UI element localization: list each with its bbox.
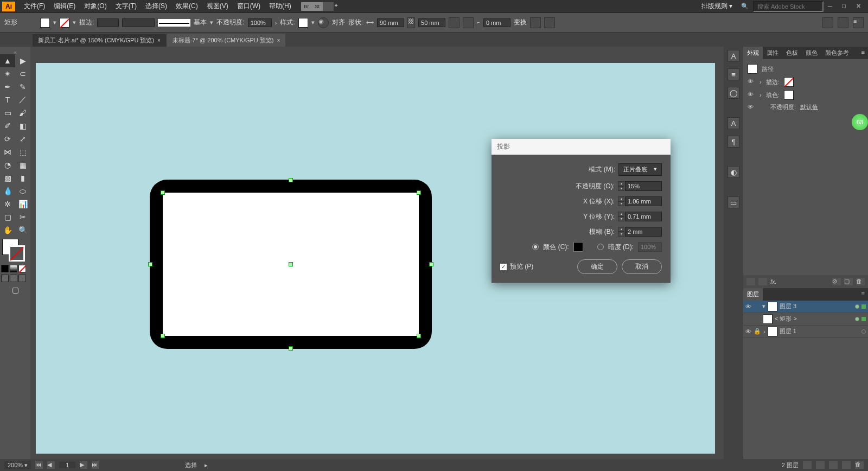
paintbrush-tool[interactable]: 🖌 — [15, 106, 30, 119]
y-down[interactable]: ▾ — [618, 217, 624, 221]
screen-mode-3[interactable] — [18, 275, 26, 282]
tab-close-0[interactable]: × — [157, 37, 161, 43]
y-up[interactable]: ▴ — [618, 212, 624, 217]
pf-icon-del[interactable]: 🗑 — [856, 278, 865, 285]
blend-tool[interactable]: ⬭ — [15, 184, 30, 198]
target-icon[interactable] — [855, 317, 859, 321]
stroke-swatch[interactable] — [60, 18, 69, 28]
dock-stroke-icon[interactable]: ≡ — [727, 68, 739, 80]
handle-center[interactable] — [289, 262, 293, 266]
handle-br[interactable] — [417, 334, 421, 338]
scrollbar-vertical[interactable] — [715, 47, 724, 459]
menu-view[interactable]: 视图(V) — [202, 2, 233, 11]
pf-icon-clear[interactable]: ⊘ — [832, 278, 841, 285]
artboard-tool[interactable]: ▢ — [0, 211, 15, 224]
rectangle-tool[interactable]: ▭ — [0, 106, 15, 119]
direct-selection-tool[interactable]: ▶ — [15, 54, 30, 67]
handle-tl[interactable] — [161, 190, 165, 195]
menu-edit[interactable]: 编辑(E) — [49, 2, 80, 11]
expand-icon[interactable]: › — [763, 328, 765, 335]
target-icon[interactable] — [861, 329, 866, 334]
ctrl-right-1[interactable] — [822, 17, 833, 28]
recolor-icon[interactable]: ◉ — [318, 17, 329, 28]
target-icon[interactable] — [855, 304, 859, 309]
dock-char-icon[interactable]: A — [727, 50, 739, 62]
screen-mode-btn[interactable]: ▢ — [0, 283, 30, 296]
width-input[interactable] — [377, 18, 404, 27]
x-down[interactable]: ▾ — [618, 201, 624, 206]
minimize-icon[interactable]: ─ — [828, 3, 838, 10]
dock-char2-icon[interactable]: A — [727, 117, 739, 129]
menu-object[interactable]: 对象(O) — [80, 2, 111, 11]
hand-tool[interactable]: ✋ — [0, 224, 15, 237]
opacity-input[interactable] — [248, 18, 272, 27]
corner-input[interactable] — [483, 18, 510, 27]
tab-properties[interactable]: 属性 — [763, 47, 782, 59]
screen-mode-2[interactable] — [10, 275, 17, 282]
lasso-tool[interactable]: ⊂ — [15, 67, 30, 80]
transform-label[interactable]: 变换 — [514, 18, 527, 27]
zoom-tool[interactable]: 🔍 — [15, 224, 30, 237]
layer-name[interactable]: 图层 3 — [780, 302, 853, 310]
expand-icon[interactable]: ▾ — [762, 303, 765, 310]
type-tool[interactable]: T — [0, 93, 15, 106]
width-tool[interactable]: ⋈ — [0, 145, 15, 158]
fill-swatch[interactable] — [40, 18, 50, 28]
dlg-opacity-input[interactable] — [625, 181, 662, 191]
menu-type[interactable]: 文字(T) — [111, 2, 141, 11]
layout-rules[interactable]: 排版规则 ▾ — [697, 2, 737, 11]
menu-help[interactable]: 帮助(H) — [265, 2, 296, 11]
fill-stroke-swatch[interactable] — [2, 239, 28, 262]
slice-tool[interactable]: ✂ — [15, 211, 30, 224]
bridge-icon[interactable]: Br — [301, 2, 312, 11]
pf-icon-2[interactable] — [758, 278, 767, 285]
layer-name[interactable]: < 矩形 > — [775, 315, 853, 323]
eye-icon-3[interactable]: 👁 — [748, 104, 755, 111]
eraser-tool[interactable]: ◧ — [15, 119, 30, 132]
menu-file[interactable]: 文件(F) — [20, 2, 49, 11]
tab-appearance[interactable]: 外观 — [743, 47, 763, 59]
mesh-tool[interactable]: ▩ — [0, 171, 15, 184]
mask-icon[interactable] — [544, 17, 555, 28]
handle-bl[interactable] — [161, 334, 165, 338]
appr-stroke-swatch[interactable] — [784, 77, 794, 87]
toolbox-handle[interactable]: « — [0, 49, 30, 54]
preview-checkbox[interactable]: ✓ — [500, 264, 507, 270]
handle-cr[interactable] — [429, 262, 433, 266]
x-up[interactable]: ▴ — [618, 196, 624, 201]
fill-dropdown[interactable]: ▾ — [53, 19, 56, 26]
corner-icon[interactable] — [449, 17, 459, 28]
dock-para-icon[interactable]: ¶ — [727, 136, 739, 148]
blur-up[interactable]: ▴ — [618, 227, 624, 232]
close-icon[interactable]: ✕ — [856, 3, 866, 10]
eye-icon[interactable]: 👁 — [748, 78, 755, 86]
eye-icon-2[interactable]: 👁 — [748, 91, 755, 99]
zoom-select[interactable]: 200% ▾ — [4, 461, 31, 469]
eye-icon[interactable]: 👁 — [745, 328, 751, 335]
canvas[interactable]: 投影 模式 (M): 正片叠底▾ 不透明度 (O): ▴▾ X 位移 (X): … — [30, 47, 724, 459]
blur-input[interactable] — [625, 227, 662, 237]
appr-opacity-value[interactable]: 默认值 — [800, 103, 818, 111]
symbol-sprayer-tool[interactable]: ✲ — [0, 198, 15, 211]
curvature-tool[interactable]: ✎ — [15, 80, 30, 93]
blur-down[interactable]: ▾ — [618, 232, 624, 237]
isolate-icon[interactable] — [530, 17, 541, 28]
y-offset-input[interactable] — [625, 212, 662, 221]
magic-wand-tool[interactable]: ✴ — [0, 67, 15, 80]
appr-fill-swatch[interactable] — [784, 90, 794, 100]
gradient-tool[interactable]: ▮ — [15, 171, 30, 184]
ok-button[interactable]: 确定 — [577, 259, 617, 274]
stroke-weight-input[interactable] — [97, 18, 119, 27]
cancel-button[interactable]: 取消 — [622, 259, 662, 274]
nav-first[interactable]: ⏮ — [35, 461, 43, 469]
mode-select[interactable]: 正片叠底▾ — [618, 163, 662, 176]
sb-icon-1[interactable] — [803, 461, 812, 469]
layer-name[interactable]: 图层 1 — [780, 327, 859, 335]
panel-menu-icon[interactable]: ≡ — [858, 47, 868, 59]
scale-tool[interactable]: ⤢ — [15, 132, 30, 145]
selected-shape[interactable] — [150, 180, 432, 349]
corner-icon-2[interactable] — [463, 17, 474, 28]
style-swatch[interactable] — [298, 18, 308, 28]
link-wh-icon[interactable]: ⛓ — [407, 17, 415, 28]
layers-menu-icon[interactable]: ≡ — [858, 288, 868, 301]
